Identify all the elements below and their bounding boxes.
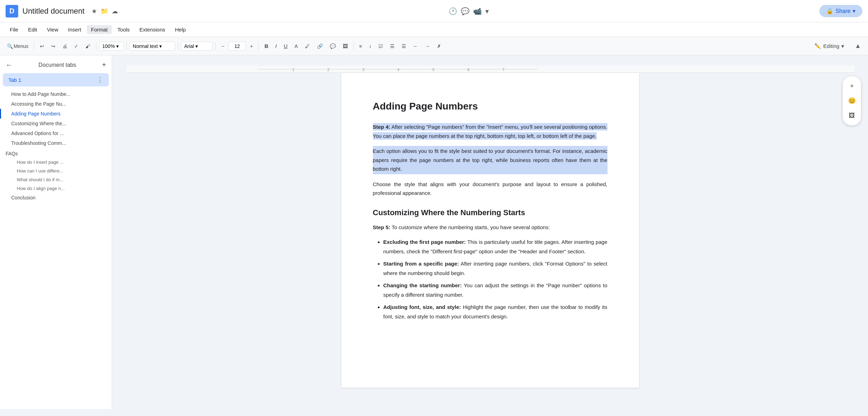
bullet-list-button[interactable]: ☰ [387, 42, 397, 50]
paint-button[interactable]: 🖌 [83, 42, 93, 50]
svg-text:6: 6 [467, 68, 470, 72]
font-size-minus-button[interactable]: − [218, 42, 227, 50]
video-arrow-icon[interactable]: ▾ [485, 7, 489, 15]
sidebar-item-troubleshooting[interactable]: Troubleshooting Comm... [0, 138, 112, 148]
separator-7 [353, 42, 354, 50]
italic-button[interactable]: I [272, 42, 279, 50]
numbered-list-button[interactable]: ☰ [399, 42, 409, 50]
menu-insert[interactable]: Insert [64, 25, 85, 34]
style-selector[interactable]: Normal text ▾ [130, 42, 175, 51]
font-selector[interactable]: Arial ▾ [181, 42, 213, 51]
bullet2-bold: Starting from a specific page: [383, 261, 459, 267]
svg-text:3: 3 [362, 68, 364, 72]
bullet4-bold: Adjusting font, size, and style: [383, 304, 461, 310]
editing-mode-label: Editing [823, 43, 839, 49]
font-arrow-icon: ▾ [195, 43, 198, 49]
zoom-selector[interactable]: 100% ▾ [99, 42, 124, 51]
tab1-item[interactable]: Tab 1 ⋮ [3, 73, 109, 86]
bullet-item-1: Excluding the first page number: This is… [383, 237, 607, 256]
bullet-item-4: Adjusting font, size, and style: Highlig… [383, 302, 607, 321]
sidebar-item-faq1[interactable]: How do I insert page ... [0, 158, 112, 167]
comment-toolbar-button[interactable]: 💬 [327, 42, 339, 50]
line-spacing-button[interactable]: ↕ [366, 42, 374, 50]
undo-button[interactable]: ↩ [37, 42, 47, 50]
add-comment-button[interactable]: + [846, 80, 858, 92]
title-icons: ★ 📁 ☁ [91, 7, 118, 15]
title-bar: D Untitled document ★ 📁 ☁ 🕐 💬 📹 ▾ 🔒 Shar… [0, 0, 868, 22]
step4-text: After selecting "Page numbers" from the … [373, 124, 607, 139]
sidebar-item-customizing[interactable]: Customizing Where the... [0, 119, 112, 128]
search-menus-btn[interactable]: 🔍 Menus [4, 42, 31, 50]
font-size-plus-button[interactable]: + [247, 42, 256, 50]
bullet3-bold: Changing the starting number: [383, 282, 462, 288]
edit-pencil-icon: ✏️ [814, 43, 821, 49]
folder-icon[interactable]: 📁 [100, 7, 108, 15]
indent-more-button[interactable]: → [422, 42, 433, 50]
document-area[interactable]: 1 2 3 4 5 6 7 Adding Page Numbers Step 4… [112, 55, 868, 409]
doc-step4-para: Step 4: After selecting "Page numbers" f… [373, 122, 607, 140]
sidebar-item-faq2[interactable]: How can I use differe... [0, 167, 112, 175]
emoji-button[interactable]: 😊 [846, 94, 858, 107]
document-title[interactable]: Untitled document [22, 7, 84, 16]
separator-4 [178, 42, 178, 50]
redo-button[interactable]: ↪ [48, 42, 58, 50]
comment-icon[interactable]: 💬 [461, 7, 470, 15]
font-size-selector[interactable]: 12 [228, 42, 246, 51]
share-button[interactable]: 🔒 Share ▾ [819, 5, 862, 17]
indent-less-button[interactable]: ← [410, 42, 421, 50]
sidebar-item-accessing[interactable]: Accessing the Page Nu... [0, 99, 112, 109]
menu-view[interactable]: View [43, 25, 62, 34]
svg-text:2: 2 [327, 68, 329, 72]
doc-bullet-list: Excluding the first page number: This is… [383, 237, 607, 321]
sidebar-item-conclusion[interactable]: Conclusion [0, 193, 112, 203]
bullet-item-3: Changing the starting number: You can ad… [383, 281, 607, 299]
right-floating-panel: + 😊 🖼 [843, 76, 861, 125]
menu-format[interactable]: Format [87, 25, 112, 34]
text-color-button[interactable]: A [292, 42, 300, 50]
sidebar-item-faq4[interactable]: How do I align page n... [0, 184, 112, 193]
separator-5 [215, 42, 216, 50]
menus-label: Menus [14, 43, 28, 49]
underline-button[interactable]: U [281, 42, 290, 50]
document-page: Adding Page Numbers Step 4: After select… [341, 73, 639, 388]
image-panel-button[interactable]: 🖼 [846, 109, 858, 122]
highlight-button[interactable]: 🖊 [302, 42, 313, 50]
star-icon[interactable]: ★ [91, 7, 97, 15]
cloud-icon[interactable]: ☁ [112, 7, 118, 15]
menu-help[interactable]: Help [171, 25, 190, 34]
share-dropdown-icon: ▾ [853, 8, 855, 14]
zoom-arrow-icon: ▾ [116, 43, 119, 49]
print-button[interactable]: 🖨 [60, 42, 70, 50]
menu-tools[interactable]: Tools [113, 25, 134, 34]
sidebar-add-button[interactable]: + [102, 61, 106, 69]
menu-edit[interactable]: Edit [24, 25, 41, 34]
checklist-button[interactable]: ☑ [376, 42, 386, 50]
sidebar-item-adding[interactable]: Adding Page Numbers [0, 109, 112, 119]
sidebar-item-how-to-add[interactable]: How to Add Page Numbe... [0, 89, 112, 99]
bold-button[interactable]: B [262, 42, 271, 50]
sidebar-back-button[interactable]: ← [6, 61, 13, 69]
sidebar-title: Document tabs [39, 62, 76, 68]
sidebar-item-faq3[interactable]: What should I do if m... [0, 175, 112, 184]
menu-file[interactable]: File [6, 25, 22, 34]
link-button[interactable]: 🔗 [314, 42, 326, 50]
image-button[interactable]: 🖼 [340, 42, 350, 50]
main-layout: ← Document tabs + Tab 1 ⋮ How to Add Pag… [0, 55, 868, 409]
editing-mode-selector[interactable]: ✏️ Editing ▾ [811, 42, 848, 51]
doc-heading-1: Adding Page Numbers [373, 101, 607, 112]
svg-text:1: 1 [292, 68, 294, 72]
doc-step5-para: Step 5: To customize where the numbering… [373, 223, 607, 232]
spell-button[interactable]: ✓ [71, 42, 81, 50]
menu-bar: File Edit View Insert Format Tools Exten… [0, 22, 868, 37]
clear-format-button[interactable]: ✗ [434, 42, 444, 50]
style-arrow-icon: ▾ [159, 43, 162, 49]
video-icon[interactable]: 📹 [473, 7, 482, 15]
tab1-menu-icon[interactable]: ⋮ [97, 76, 103, 84]
toolbar-collapse-button[interactable]: ▲ [852, 41, 864, 51]
menu-extensions[interactable]: Extensions [135, 25, 169, 34]
search-icon: 🔍 [7, 43, 13, 49]
sidebar-item-advanced[interactable]: Advanced Options for ... [0, 128, 112, 138]
history-icon[interactable]: 🕐 [449, 7, 457, 15]
align-button[interactable]: ≡ [356, 42, 365, 50]
doc-para2: Each option allows you to fit the style … [373, 146, 607, 174]
